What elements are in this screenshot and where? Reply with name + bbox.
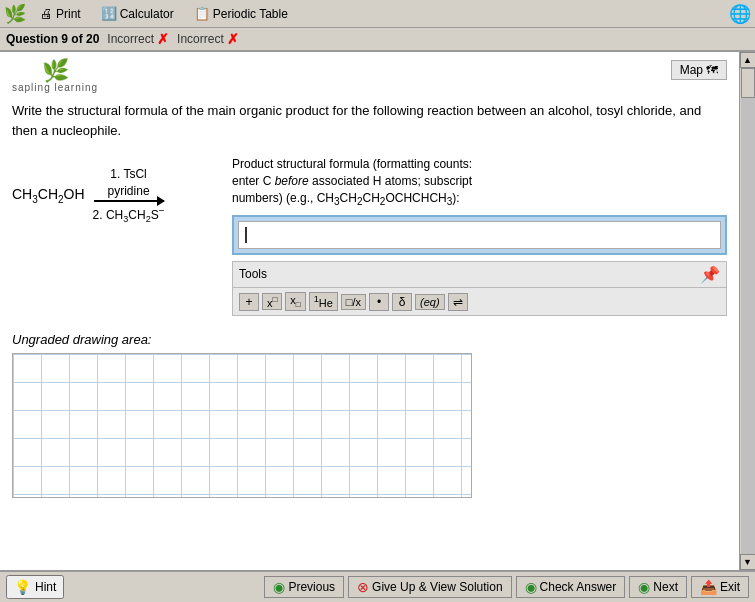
tool-element[interactable]: 1He [309,292,338,311]
tool-subscript[interactable]: x□ [285,292,305,311]
product-label-line3: numbers) (e.g., CH3CH2CH2OCHCHCH3): [232,191,460,205]
exit-button[interactable]: 📤 Exit [691,576,749,598]
map-label: Map [680,63,703,77]
hint-button[interactable]: 💡 Hint [6,575,64,599]
tools-bar: Tools 📌 [232,261,727,288]
formula-input[interactable] [238,221,721,249]
condition3: 2. CH3CH2S− [93,204,165,226]
arrow-container: 1. TsCl pyridine 2. CH3CH2S− [93,166,165,226]
leaf-icon: 🌿 [42,60,69,82]
next-button[interactable]: ◉ Next [629,576,687,598]
scroll-down-arrow[interactable]: ▼ [740,554,756,570]
logo-area: 🌿 sapling learning Map 🗺 [12,60,727,93]
status1-text: Incorrect [107,32,154,46]
tool-superscript[interactable]: x□ [262,293,282,311]
bottom-bar: 💡 Hint ◉ Previous ⊗ Give Up & View Solut… [0,570,755,602]
reaction-row: CH3CH2OH 1. TsCl pyridine 2. CH3CH2S− [12,166,173,226]
product-label: Product structural formula (formatting c… [232,156,727,209]
toolbar: 🌿 🖨 Print 🔢 Calculator 📋 Periodic Table … [0,0,755,28]
main-area: 🌿 sapling learning Map 🗺 Write the struc… [0,52,755,570]
drawing-section: Ungraded drawing area: [12,332,727,498]
drawing-grid[interactable] [12,353,472,498]
reaction-arrow [94,200,164,202]
tool-equilibrium[interactable]: (eq) [415,294,445,310]
print-button[interactable]: 🖨 Print [34,3,87,24]
check-answer-label: Check Answer [540,580,617,594]
tool-delta[interactable]: δ [392,293,412,311]
scrollbar[interactable]: ▲ ▼ [739,52,755,570]
calculator-label: Calculator [120,7,174,21]
give-up-button[interactable]: ⊗ Give Up & View Solution [348,576,512,598]
status-badge-2: Incorrect ✗ [177,31,239,47]
drawing-area-label: Ungraded drawing area: [12,332,727,347]
product-section: Product structural formula (formatting c… [232,156,727,316]
print-icon: 🖨 [40,6,53,21]
check-icon: ◉ [525,579,537,595]
status-badge-1: Incorrect ✗ [107,31,169,47]
periodic-table-label: Periodic Table [213,7,288,21]
x-icon-2: ✗ [227,31,239,47]
scroll-thumb[interactable] [741,68,755,98]
condition1: 1. TsCl [108,166,150,183]
hint-icon: 💡 [14,579,31,595]
check-answer-button[interactable]: ◉ Check Answer [516,576,626,598]
exit-icon: 📤 [700,579,717,595]
product-label-line1: Product structural formula (formatting c… [232,157,472,171]
hint-label: Hint [35,580,56,594]
previous-button[interactable]: ◉ Previous [264,576,344,598]
scroll-up-arrow[interactable]: ▲ [740,52,756,68]
formula-input-wrapper [232,215,727,255]
tool-plus[interactable]: + [239,293,259,311]
print-label: Print [56,7,81,21]
scroll-area: 🌿 sapling learning Map 🗺 Write the struc… [0,52,739,570]
exit-label: Exit [720,580,740,594]
content-area: 🌿 sapling learning Map 🗺 Write the struc… [0,52,739,570]
condition2: pyridine [108,183,150,200]
sapling-logo: 🌿 sapling learning [12,60,98,93]
question-bar: Question 9 of 20 Incorrect ✗ Incorrect ✗ [0,28,755,52]
status2-text: Incorrect [177,32,224,46]
question-label: Question 9 of 20 [6,32,99,46]
app-logo-icon: 🌿 [4,3,26,25]
reaction-diagram: CH3CH2OH 1. TsCl pyridine 2. CH3CH2S− [12,166,212,226]
giveup-icon: ⊗ [357,579,369,595]
grid-lines [13,354,471,497]
x-icon-1: ✗ [157,31,169,47]
map-icon: 🗺 [706,63,718,77]
periodic-table-icon: 📋 [194,6,210,21]
calculator-button[interactable]: 🔢 Calculator [95,3,180,24]
give-up-label: Give Up & View Solution [372,580,503,594]
next-icon: ◉ [638,579,650,595]
chem-section: CH3CH2OH 1. TsCl pyridine 2. CH3CH2S− [12,156,727,316]
tools-label: Tools [239,267,267,281]
globe-icon: 🌐 [729,3,751,25]
next-label: Next [653,580,678,594]
question-text: Write the structural formula of the main… [12,101,727,140]
tool-arrows[interactable]: ⇌ [448,293,468,311]
sapling-text: sapling learning [12,82,98,93]
scroll-track[interactable] [741,68,755,554]
previous-icon: ◉ [273,579,285,595]
periodic-table-button[interactable]: 📋 Periodic Table [188,3,294,24]
tools-stamp-icon: 📌 [700,265,720,284]
map-button[interactable]: Map 🗺 [671,60,727,80]
tools-buttons-row: + x□ x□ 1He □/x • δ (eq) ⇌ [232,288,727,316]
tool-dot[interactable]: • [369,293,389,311]
tool-fraction[interactable]: □/x [341,294,366,310]
reactant-formula: CH3CH2OH [12,186,85,205]
previous-label: Previous [288,580,335,594]
conditions-text: 1. TsCl pyridine [108,166,150,200]
product-label-line2: enter C before associated H atoms; subsc… [232,174,472,188]
calculator-icon: 🔢 [101,6,117,21]
